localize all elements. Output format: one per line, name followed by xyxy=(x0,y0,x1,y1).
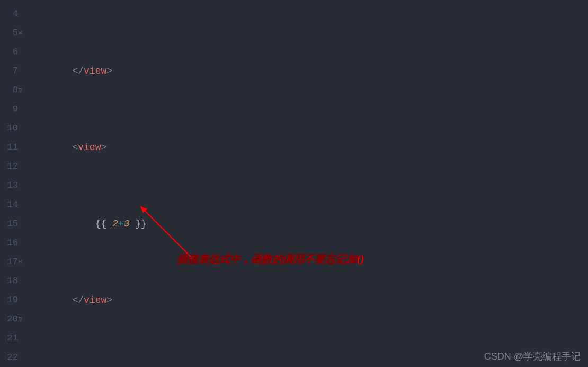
line-number: 22 xyxy=(2,348,18,367)
line-number: 20⊟ xyxy=(2,310,18,329)
line-number: 4 xyxy=(2,4,18,23)
line-number: 9 xyxy=(2,100,18,119)
code-line: </view> xyxy=(26,291,588,310)
line-number-gutter: 4 5⊟ 6 7 8⊟ 9 10 11 12 13 14 15 16 17⊟ 1… xyxy=(0,0,23,367)
fold-marker-icon: ⊟ xyxy=(19,310,22,329)
line-number: 8⊟ xyxy=(2,81,18,100)
line-number: 13 xyxy=(2,176,18,195)
line-number: 18 xyxy=(2,272,18,291)
line-number: 6 xyxy=(2,42,18,62)
line-number: 11 xyxy=(2,138,18,157)
code-editor: 4 5⊟ 6 7 8⊟ 9 10 11 12 13 14 15 16 17⊟ 1… xyxy=(0,0,588,367)
line-number: 14 xyxy=(2,195,18,214)
line-number: 21 xyxy=(2,329,18,348)
line-number: 16 xyxy=(2,233,18,252)
line-number: 5⊟ xyxy=(2,23,18,42)
line-number: 7 xyxy=(2,62,18,81)
watermark: CSDN @学亮编程手记 xyxy=(484,350,581,363)
annotation-text: 插值表达式中，函数的调用不要忘记加() xyxy=(177,249,364,268)
line-number: 12 xyxy=(2,157,18,176)
line-number: 10 xyxy=(2,119,18,138)
fold-marker-icon: ⊟ xyxy=(19,23,22,42)
fold-marker-icon: ⊟ xyxy=(19,81,22,100)
line-number: 19 xyxy=(2,291,18,310)
fold-marker-icon: ⊟ xyxy=(19,252,22,272)
code-line: </view> xyxy=(26,62,588,81)
line-number: 15 xyxy=(2,214,18,233)
line-number: 17⊟ xyxy=(2,252,18,272)
code-area[interactable]: </view> <view> {{ 2+3 }} </view> <view> … xyxy=(23,0,588,367)
code-line: <view> xyxy=(26,138,588,157)
code-line: {{ 2+3 }} xyxy=(26,214,588,233)
